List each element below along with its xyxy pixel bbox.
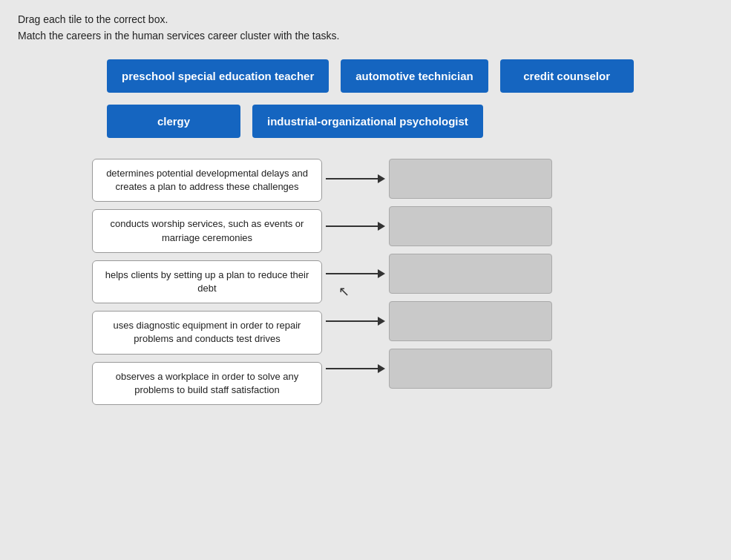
arrow-3: ↖ [322, 254, 389, 294]
tiles-area: preschool special education teacher auto… [107, 59, 713, 138]
arrow-head-5 [378, 364, 385, 373]
match-instructions: Match the careers in the human services … [18, 30, 713, 42]
tile-preschool[interactable]: preschool special education teacher [107, 59, 329, 93]
arrow-line-1 [326, 178, 378, 179]
arrow-head-3 [378, 269, 385, 278]
arrow-2 [322, 206, 389, 246]
arrow-5 [322, 349, 389, 389]
drag-instructions: Drag each tile to the correct box. [18, 13, 713, 25]
arrow-line-5 [326, 368, 378, 369]
drop-box-1[interactable] [389, 159, 552, 199]
task-box-2[interactable]: conducts worship services, such as event… [92, 209, 322, 252]
drop-box-5[interactable] [389, 349, 552, 389]
drop-box-4[interactable] [389, 301, 552, 341]
matching-area: determines potential developmental delay… [92, 159, 713, 405]
task-box-1[interactable]: determines potential developmental delay… [92, 159, 322, 202]
arrow-line-2 [326, 225, 378, 227]
arrow-4 [322, 301, 389, 341]
arrow-line-4 [326, 320, 378, 322]
drop-column [389, 159, 552, 405]
page: Drag each tile to the correct box. Match… [0, 0, 731, 560]
arrows-column: ↖ [322, 159, 389, 405]
arrow-head-1 [378, 174, 385, 183]
tasks-column: determines potential developmental delay… [92, 159, 322, 405]
tile-clergy[interactable]: clergy [107, 105, 240, 138]
tile-industrial[interactable]: industrial-organizational psychologist [252, 105, 483, 138]
arrow-line-3 [326, 273, 378, 274]
task-box-4[interactable]: uses diagnostic equipment in order to re… [92, 311, 322, 354]
tile-automotive[interactable]: automotive technician [341, 59, 488, 93]
cursor-icon: ↖ [338, 283, 350, 300]
drop-box-2[interactable] [389, 206, 552, 246]
task-box-5[interactable]: observes a workplace in order to solve a… [92, 362, 322, 405]
tile-credit[interactable]: credit counselor [500, 59, 634, 93]
arrow-head-4 [378, 317, 385, 326]
arrow-head-2 [378, 222, 385, 231]
task-box-3[interactable]: helps clients by setting up a plan to re… [92, 260, 322, 303]
arrow-1 [322, 159, 389, 199]
drop-box-3[interactable] [389, 254, 552, 294]
